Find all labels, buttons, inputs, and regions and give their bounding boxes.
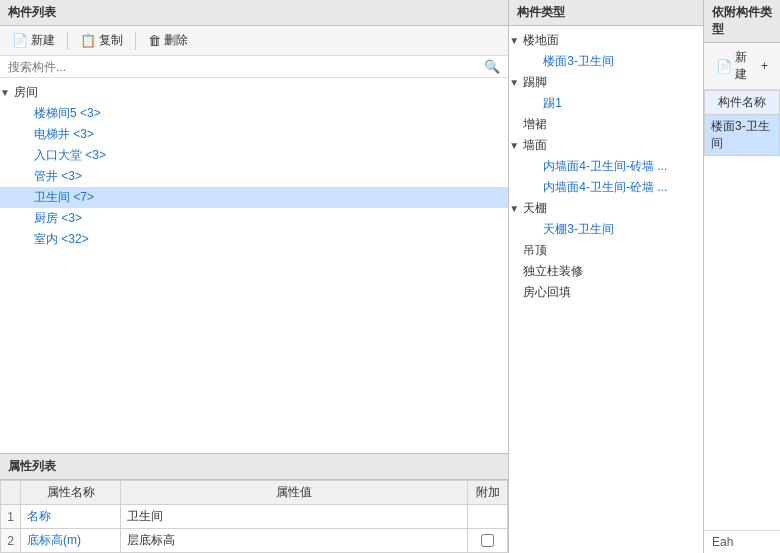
new-button[interactable]: 📄 新建 — [8, 30, 59, 51]
bottom-text: Eah — [704, 530, 780, 553]
attr-col-name: 属性名称 — [21, 481, 121, 505]
right-new-button[interactable]: 📄 新建 — [712, 47, 751, 85]
mid-tree-label: 天棚3-卫生间 — [543, 222, 614, 236]
main-container: 构件列表 📄 新建 📋 复制 🗑 删除 🔍 ▼房间楼梯间5 <3>电梯井 <3>… — [0, 0, 780, 553]
attr-panel-title: 属性列表 — [0, 454, 508, 480]
mid-tree-item-tj1[interactable]: 踢1 — [509, 93, 703, 114]
tree-label: 室内 <32> — [34, 232, 89, 246]
component-type-tree: ▼楼地面楼面3-卫生间▼踢脚踢1增裙▼墙面内墙面4-卫生间-砖墙 ...内墙面4… — [509, 26, 703, 553]
tree-item-bathroom[interactable]: 卫生间 <7> — [0, 187, 508, 208]
mid-tree-item-ceil3bath[interactable]: 天棚3-卫生间 — [509, 219, 703, 240]
delete-label: 删除 — [164, 32, 188, 49]
tree-label: 房间 — [14, 85, 38, 99]
right-action-icon: + — [761, 59, 768, 73]
tree-item-kitchen[interactable]: 厨房 <3> — [0, 208, 508, 229]
mid-tree-toggle[interactable]: ▼ — [509, 140, 523, 151]
mid-tree-item-innerwall2[interactable]: 内墙面4-卫生间-砼墙 ... — [509, 177, 703, 198]
mid-tree-item-floor3bath[interactable]: 楼面3-卫生间 — [509, 51, 703, 72]
mid-tree-label: 墙面 — [523, 138, 547, 152]
attr-row: 1 名称 卫生间 — [1, 505, 508, 529]
left-panel-title: 构件列表 — [0, 0, 508, 26]
right-table: 构件名称 楼面3-卫生间 — [704, 90, 780, 156]
new-icon: 📄 — [12, 33, 28, 48]
right-action-button[interactable]: + — [757, 57, 772, 75]
mid-tree-label: 内墙面4-卫生间-砖墙 ... — [543, 159, 667, 173]
attr-name: 名称 — [21, 505, 121, 529]
attr-attach — [468, 505, 508, 529]
copy-icon: 📋 — [80, 33, 96, 48]
tree-toggle[interactable]: ▼ — [0, 87, 14, 98]
left-panel: 构件列表 📄 新建 📋 复制 🗑 删除 🔍 ▼房间楼梯间5 <3>电梯井 <3>… — [0, 0, 509, 553]
right-row[interactable]: 楼面3-卫生间 — [704, 115, 779, 156]
mid-tree-label: 吊顶 — [523, 243, 547, 257]
separator1 — [67, 32, 68, 50]
tree-label: 电梯井 <3> — [34, 127, 94, 141]
delete-button[interactable]: 🗑 删除 — [144, 30, 192, 51]
mid-tree-item-pendant[interactable]: 吊顶 — [509, 240, 703, 261]
right-new-label: 新建 — [735, 49, 747, 83]
tree-item-stair5[interactable]: 楼梯间5 <3> — [0, 103, 508, 124]
copy-button[interactable]: 📋 复制 — [76, 30, 127, 51]
separator2 — [135, 32, 136, 50]
tree-item-entrance[interactable]: 入口大堂 <3> — [0, 145, 508, 166]
mid-tree-item-floor[interactable]: ▼楼地面 — [509, 30, 703, 51]
search-bar: 🔍 — [0, 56, 508, 78]
middle-panel: 构件类型 ▼楼地面楼面3-卫生间▼踢脚踢1增裙▼墙面内墙面4-卫生间-砖墙 ..… — [509, 0, 704, 553]
mid-tree-label: 楼地面 — [523, 33, 559, 47]
mid-tree-toggle[interactable]: ▼ — [509, 35, 523, 46]
attr-col-num — [1, 481, 21, 505]
mid-tree-label: 增裙 — [523, 117, 547, 131]
mid-tree-label: 房心回填 — [523, 285, 571, 299]
search-input[interactable] — [8, 60, 484, 74]
search-icon: 🔍 — [484, 59, 500, 74]
mid-tree-item-wallface[interactable]: ▼墙面 — [509, 135, 703, 156]
tree-label: 入口大堂 <3> — [34, 148, 106, 162]
mid-tree-item-baseboard[interactable]: ▼踢脚 — [509, 72, 703, 93]
attach-checkbox[interactable] — [481, 534, 494, 547]
right-panel: 依附构件类型 📄 新建 + 构件名称 楼面3-卫生间 Eah — [704, 0, 780, 553]
attr-num: 2 — [1, 529, 21, 553]
tree-item-room[interactable]: ▼房间 — [0, 82, 508, 103]
attr-attach — [468, 529, 508, 553]
attr-value: 层底标高 — [121, 529, 468, 553]
tree-item-indoor[interactable]: 室内 <32> — [0, 229, 508, 250]
delete-icon: 🗑 — [148, 33, 161, 48]
right-col-name: 构件名称 — [704, 91, 779, 115]
tree-label: 厨房 <3> — [34, 211, 82, 225]
right-toolbar: 📄 新建 + — [704, 43, 780, 90]
copy-label: 复制 — [99, 32, 123, 49]
middle-panel-title: 构件类型 — [509, 0, 703, 26]
mid-tree-toggle[interactable]: ▼ — [509, 77, 523, 88]
mid-tree-label: 楼面3-卫生间 — [543, 54, 614, 68]
tree-label: 楼梯间5 <3> — [34, 106, 101, 120]
right-cell-name: 楼面3-卫生间 — [704, 115, 779, 156]
mid-tree-label: 天棚 — [523, 201, 547, 215]
mid-tree-item-innerwall1[interactable]: 内墙面4-卫生间-砖墙 ... — [509, 156, 703, 177]
attr-col-value: 属性值 — [121, 481, 468, 505]
new-label: 新建 — [31, 32, 55, 49]
attr-panel: 属性列表 属性名称 属性值 附加 1 名称 卫生间 2 底标高(m) 层底标高 — [0, 453, 508, 553]
attr-row: 2 底标高(m) 层底标高 — [1, 529, 508, 553]
tree-item-pipe[interactable]: 管井 <3> — [0, 166, 508, 187]
component-tree: ▼房间楼梯间5 <3>电梯井 <3>入口大堂 <3>管井 <3>卫生间 <7>厨… — [0, 78, 508, 453]
attr-table: 属性名称 属性值 附加 1 名称 卫生间 2 底标高(m) 层底标高 — [0, 480, 508, 553]
tree-item-elevator[interactable]: 电梯井 <3> — [0, 124, 508, 145]
right-panel-title: 依附构件类型 — [704, 0, 780, 43]
left-toolbar: 📄 新建 📋 复制 🗑 删除 — [0, 26, 508, 56]
mid-tree-item-heartfill[interactable]: 房心回填 — [509, 282, 703, 303]
attr-value: 卫生间 — [121, 505, 468, 529]
mid-tree-label: 独立柱装修 — [523, 264, 583, 278]
mid-tree-item-column[interactable]: 独立柱装修 — [509, 261, 703, 282]
tree-label: 卫生间 <7> — [34, 190, 94, 204]
attr-num: 1 — [1, 505, 21, 529]
tree-label: 管井 <3> — [34, 169, 82, 183]
mid-tree-item-ceiling[interactable]: ▼天棚 — [509, 198, 703, 219]
mid-tree-toggle[interactable]: ▼ — [509, 203, 523, 214]
attr-name: 底标高(m) — [21, 529, 121, 553]
mid-tree-label: 踢1 — [543, 96, 562, 110]
mid-tree-label: 内墙面4-卫生间-砼墙 ... — [543, 180, 667, 194]
mid-tree-item-wallskirting[interactable]: 增裙 — [509, 114, 703, 135]
right-new-icon: 📄 — [716, 59, 732, 74]
mid-tree-label: 踢脚 — [523, 75, 547, 89]
right-content: 构件名称 楼面3-卫生间 — [704, 90, 780, 530]
